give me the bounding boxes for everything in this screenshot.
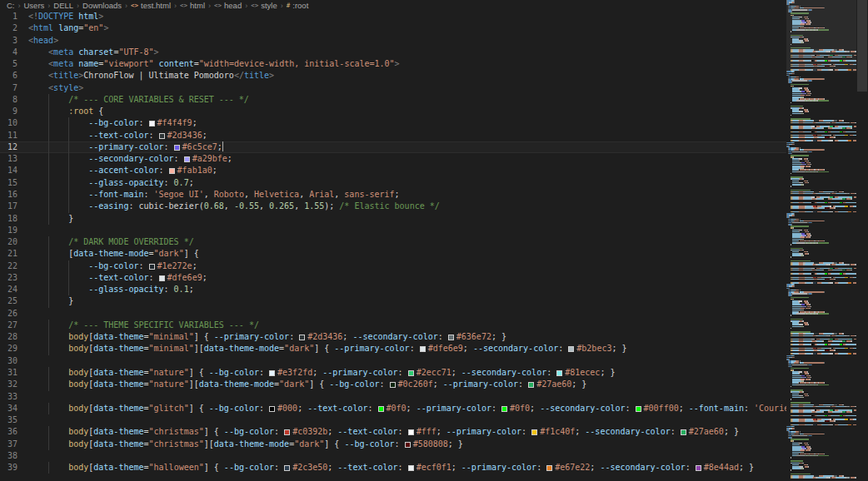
color-swatch[interactable] (149, 264, 155, 270)
code-line[interactable]: 34body[data-theme="glitch"] { --bg-color… (0, 403, 786, 414)
line-number[interactable]: 7 (0, 82, 28, 94)
color-swatch[interactable] (184, 156, 190, 162)
code-line[interactable]: 27/* --- THEME SPECIFIC VARIABLES --- */ (0, 320, 786, 331)
line-number[interactable]: 38 (0, 450, 28, 462)
color-swatch[interactable] (149, 121, 155, 126)
color-swatch[interactable] (546, 465, 552, 471)
color-swatch[interactable] (284, 429, 290, 435)
breadcrumb-item-test-html[interactable]: <>test.html (131, 1, 171, 10)
breadcrumb-item--root[interactable]: #:root (287, 1, 309, 10)
line-number[interactable]: 8 (0, 94, 28, 106)
code-line[interactable]: 10--bg-color: #f4f4f9; (0, 117, 786, 129)
editor-scrollbar[interactable] (856, 0, 868, 481)
color-swatch[interactable] (269, 370, 275, 376)
line-number[interactable]: 30 (0, 355, 28, 367)
color-swatch[interactable] (169, 168, 175, 174)
line-number[interactable]: 21 (0, 248, 28, 260)
line-number[interactable]: 22 (0, 260, 28, 272)
color-swatch[interactable] (159, 133, 165, 139)
code-line[interactable]: 30 (0, 355, 786, 367)
line-number[interactable]: 13 (0, 153, 28, 165)
line-number[interactable]: 10 (0, 117, 28, 129)
color-swatch[interactable] (528, 382, 534, 388)
line-number[interactable]: 36 (0, 426, 28, 438)
line-number[interactable]: 25 (0, 295, 28, 307)
code-line[interactable]: 26 (0, 308, 786, 320)
code-line[interactable]: 9:root { (0, 106, 786, 117)
code-line[interactable]: 20/* DARK MODE OVERRIDES */ (0, 236, 786, 248)
code-line[interactable]: 32body[data-theme="nature"][data-theme-m… (0, 379, 786, 390)
color-swatch[interactable] (378, 406, 384, 412)
color-swatch[interactable] (390, 382, 396, 388)
breadcrumb-item-dell[interactable]: DELL (53, 1, 73, 10)
line-number[interactable]: 15 (0, 177, 28, 189)
breadcrumb-item-style[interactable]: <>style (251, 1, 277, 10)
color-swatch[interactable] (174, 145, 180, 151)
code-line[interactable]: 22--bg-color: #1e272e; (0, 260, 786, 272)
code-line[interactable]: 21[data-theme-mode="dark"] { (0, 248, 786, 260)
code-line[interactable]: 6<title>ChronoFlow | Ultimate Pomodoro</… (0, 70, 786, 82)
code-line[interactable]: 3<head> (0, 35, 786, 47)
code-line[interactable]: 15--glass-opacity: 0.7; (0, 177, 786, 189)
line-number[interactable]: 11 (0, 130, 28, 141)
breadcrumb-item-downloads[interactable]: Downloads (82, 1, 122, 10)
line-number[interactable]: 39 (0, 462, 28, 474)
line-number[interactable]: 18 (0, 213, 28, 225)
breadcrumb-item-users[interactable]: Users (24, 1, 45, 10)
code-line[interactable]: 37body[data-theme="christmas"][data-them… (0, 439, 786, 450)
color-swatch[interactable] (299, 335, 305, 340)
code-line[interactable]: 4<meta charset="UTF-8"> (0, 47, 786, 58)
code-line[interactable]: 25} (0, 295, 786, 307)
line-number[interactable]: 28 (0, 331, 28, 343)
line-number[interactable]: 3 (0, 35, 28, 47)
code-line[interactable]: 8/* --- CORE VARIABLES & RESET --- */ (0, 94, 786, 106)
color-swatch[interactable] (284, 465, 290, 471)
code-line[interactable]: 36body[data-theme="christmas"] { --bg-co… (0, 426, 786, 438)
color-swatch[interactable] (269, 406, 275, 412)
code-line[interactable]: 12--primary-color: #6c5ce7; (0, 141, 786, 153)
line-number[interactable]: 17 (0, 201, 28, 212)
line-number[interactable]: 23 (0, 272, 28, 284)
color-swatch[interactable] (448, 335, 454, 340)
line-number[interactable]: 24 (0, 284, 28, 295)
code-line[interactable]: 16--font-main: 'Segoe UI', Roboto, Helve… (0, 189, 786, 201)
code-line[interactable]: 28body[data-theme="minimal"] { --primary… (0, 331, 786, 343)
line-number[interactable]: 6 (0, 70, 28, 82)
code-line[interactable]: 17--easing: cubic-bezier(0.68, -0.55, 0.… (0, 201, 786, 212)
code-line[interactable]: 19 (0, 225, 786, 236)
code-line[interactable]: 13--secondary-color: #a29bfe; (0, 153, 786, 165)
line-number[interactable]: 33 (0, 391, 28, 403)
code-line[interactable]: 38 (0, 450, 786, 462)
color-swatch[interactable] (408, 429, 414, 435)
color-swatch[interactable] (556, 370, 562, 376)
code-line[interactable]: 11--text-color: #2d3436; (0, 130, 786, 141)
minimap[interactable] (786, 0, 856, 481)
breadcrumb-item-html[interactable]: <>html (180, 1, 205, 10)
code-line[interactable]: 1<!DOCTYPE html> (0, 11, 786, 22)
scrollbar-thumb[interactable] (857, 0, 867, 92)
line-number[interactable]: 31 (0, 367, 28, 379)
color-swatch[interactable] (568, 346, 574, 352)
code-line[interactable]: 2<html lang="en"> (0, 22, 786, 34)
code-line[interactable]: 18} (0, 213, 786, 225)
line-number[interactable]: 9 (0, 106, 28, 117)
line-number[interactable]: 12 (0, 141, 28, 153)
line-number[interactable]: 26 (0, 308, 28, 320)
code-line[interactable]: 35 (0, 414, 786, 426)
color-swatch[interactable] (405, 442, 411, 448)
color-swatch[interactable] (408, 465, 414, 471)
code-line[interactable]: 31body[data-theme="nature"] { --bg-color… (0, 367, 786, 379)
line-number[interactable]: 34 (0, 403, 28, 414)
code-line[interactable]: 39body[data-theme="halloween"] { --bg-co… (0, 462, 786, 474)
color-swatch[interactable] (696, 465, 701, 471)
code-line[interactable]: 24--glass-opacity: 0.1; (0, 284, 786, 295)
line-number[interactable]: 35 (0, 414, 28, 426)
line-number[interactable]: 27 (0, 320, 28, 331)
code-line[interactable]: 29body[data-theme="minimal"][data-theme-… (0, 343, 786, 355)
code-line[interactable]: 33 (0, 391, 786, 403)
color-swatch[interactable] (159, 275, 165, 281)
line-number[interactable]: 4 (0, 47, 28, 58)
line-number[interactable]: 29 (0, 343, 28, 355)
line-number[interactable]: 37 (0, 439, 28, 450)
breadcrumb-item-c-[interactable]: C: (7, 1, 15, 10)
